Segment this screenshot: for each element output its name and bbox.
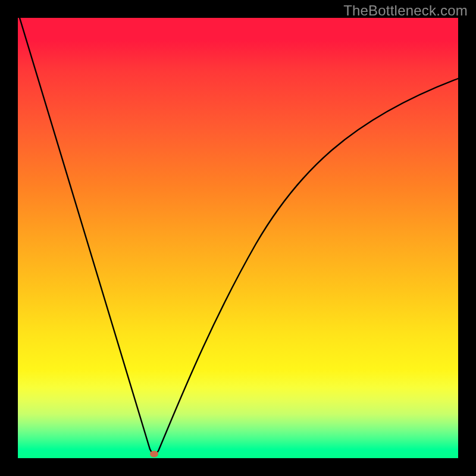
plot-area — [18, 18, 458, 458]
curve-layer — [18, 18, 458, 458]
watermark-text: TheBottleneck.com — [343, 2, 468, 19]
chart-frame: TheBottleneck.com — [0, 0, 476, 476]
bottleneck-curve-path — [20, 18, 458, 453]
optimal-point-marker — [150, 451, 158, 458]
